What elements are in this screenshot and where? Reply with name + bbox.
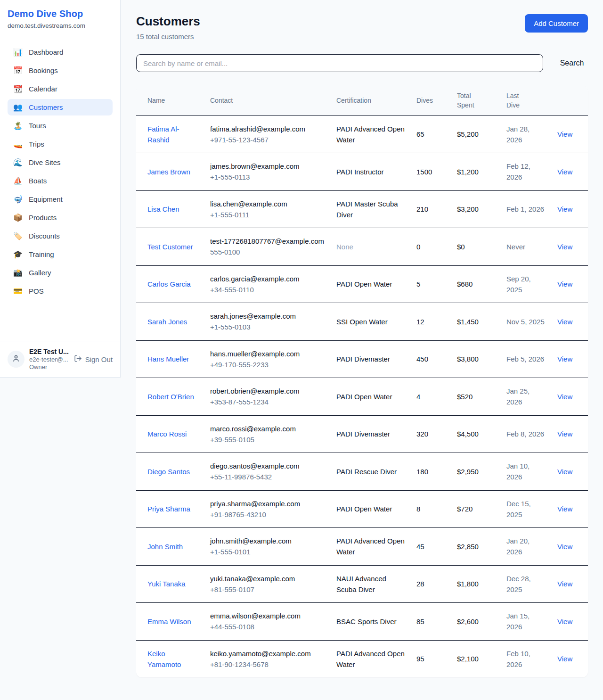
total-spent-value: $0 — [451, 228, 501, 266]
view-link[interactable]: View — [557, 318, 572, 326]
customer-email: keiko.yamamoto@example.com — [210, 648, 325, 659]
sidebar-item-discounts[interactable]: 🏷️ Discounts — [8, 228, 113, 244]
customer-name-link[interactable]: Emma Wilson — [147, 618, 191, 626]
sidebar-item-pos[interactable]: 💳 POS — [8, 283, 113, 299]
certification-value: PADI Divemaster — [336, 430, 390, 438]
user-meta: E2E Test U... e2e-tester@... Owner — [29, 348, 69, 371]
customer-phone: +44-555-0108 — [210, 621, 325, 632]
user-role: Owner — [29, 363, 69, 371]
sidebar-item-training[interactable]: 🎓 Training — [8, 246, 113, 263]
customer-name-link[interactable]: Yuki Tanaka — [147, 580, 186, 588]
dives-count: 0 — [411, 228, 451, 266]
customer-name-link[interactable]: Lisa Chen — [147, 205, 179, 213]
last-dive-value: Jan 25, 2026 — [506, 387, 530, 406]
search-input[interactable] — [136, 54, 543, 72]
total-spent-value: $720 — [451, 490, 501, 528]
customer-name-link[interactable]: John Smith — [147, 543, 183, 551]
customer-name-link[interactable]: Priya Sharma — [147, 505, 190, 513]
customer-email: sarah.jones@example.com — [210, 311, 325, 321]
total-spent-value: $1,450 — [451, 303, 501, 341]
sidebar-item-equipment[interactable]: 🤿 Equipment — [8, 191, 113, 207]
view-link[interactable]: View — [557, 543, 572, 551]
customer-name-link[interactable]: Robert O'Brien — [147, 393, 194, 401]
total-spent-value: $520 — [451, 378, 501, 416]
dives-count: 95 — [411, 640, 451, 677]
view-link[interactable]: View — [557, 168, 572, 176]
dives-count: 28 — [411, 565, 451, 603]
last-dive-value: Feb 10, 2026 — [506, 650, 530, 668]
sidebar-item-dive-sites[interactable]: 🌊 Dive Sites — [8, 154, 113, 171]
sidebar-item-customers[interactable]: 👥 Customers — [8, 99, 113, 115]
sidebar-item-dashboard[interactable]: 📊 Dashboard — [8, 44, 113, 60]
pos-icon: 💳 — [13, 288, 23, 295]
view-link[interactable]: View — [557, 505, 572, 513]
table-row: Carlos Garcia carlos.garcia@example.com … — [136, 265, 588, 303]
search-button[interactable]: Search — [556, 59, 588, 67]
dives-count: 85 — [411, 603, 451, 641]
last-dive-value: Feb 12, 2026 — [506, 162, 530, 181]
view-link[interactable]: View — [557, 205, 572, 213]
dives-count: 180 — [411, 453, 451, 491]
sidebar-item-boats[interactable]: ⛵ Boats — [8, 173, 113, 189]
customer-email: hans.mueller@example.com — [210, 348, 325, 359]
view-link[interactable]: View — [557, 468, 572, 476]
table-row: Emma Wilson emma.wilson@example.com +44-… — [136, 603, 588, 641]
view-link[interactable]: View — [557, 618, 572, 626]
sidebar-item-gallery[interactable]: 📸 Gallery — [8, 264, 113, 281]
customer-email: priya.sharma@example.com — [210, 498, 325, 509]
sign-out-button[interactable]: Sign Out — [74, 354, 113, 364]
certification-value: PADI Master Scuba Diver — [336, 200, 398, 219]
view-link[interactable]: View — [557, 243, 572, 251]
customer-phone: +1-555-0103 — [210, 321, 325, 332]
view-link[interactable]: View — [557, 580, 572, 588]
sidebar-item-products[interactable]: 📦 Products — [8, 209, 113, 226]
main-content: Customers 15 total customers Add Custome… — [121, 0, 603, 687]
customer-name-link[interactable]: Fatima Al-Rashid — [147, 125, 179, 144]
customer-name-link[interactable]: Test Customer — [147, 243, 193, 251]
customer-phone: +91-98765-43210 — [210, 509, 325, 520]
customer-name-link[interactable]: Keiko Yamamoto — [147, 650, 181, 668]
user-email: e2e-tester@... — [29, 356, 69, 363]
customer-name-link[interactable]: Hans Mueller — [147, 355, 189, 363]
customer-email: diego.santos@example.com — [210, 461, 325, 471]
table-row: Keiko Yamamoto keiko.yamamoto@example.co… — [136, 640, 588, 677]
tours-icon: 🏝️ — [13, 122, 23, 130]
view-link[interactable]: View — [557, 130, 572, 138]
dives-count: 4 — [411, 378, 451, 416]
view-link[interactable]: View — [557, 430, 572, 438]
view-link[interactable]: View — [557, 655, 572, 663]
table-row: Sarah Jones sarah.jones@example.com +1-5… — [136, 303, 588, 341]
customer-email: fatima.alrashid@example.com — [210, 124, 325, 134]
sign-out-label: Sign Out — [85, 355, 113, 363]
table-row: Test Customer test-1772681807767@example… — [136, 228, 588, 266]
view-link[interactable]: View — [557, 355, 572, 363]
dives-count: 12 — [411, 303, 451, 341]
customer-name-link[interactable]: Marco Rossi — [147, 430, 187, 438]
customer-name-link[interactable]: Sarah Jones — [147, 318, 187, 326]
customer-name-link[interactable]: Carlos Garcia — [147, 280, 191, 288]
sidebar-item-calendar[interactable]: 📆 Calendar — [8, 81, 113, 97]
sign-out-icon — [74, 354, 82, 364]
trips-icon: 🚤 — [13, 140, 23, 148]
dives-count: 45 — [411, 528, 451, 566]
page-subtitle: 15 total customers — [136, 33, 200, 41]
gallery-icon: 📸 — [13, 269, 23, 277]
view-link[interactable]: View — [557, 393, 572, 401]
view-link[interactable]: View — [557, 280, 572, 288]
customers-table: Name Contact Certification Dives Total S… — [136, 86, 588, 677]
customer-name-link[interactable]: Diego Santos — [147, 468, 190, 476]
sidebar-item-bookings[interactable]: 📅 Bookings — [8, 62, 113, 79]
shop-title: Demo Dive Shop — [8, 8, 113, 19]
customer-name-link[interactable]: James Brown — [147, 168, 190, 176]
table-row: Hans Mueller hans.mueller@example.com +4… — [136, 340, 588, 378]
sidebar-item-tours[interactable]: 🏝️ Tours — [8, 117, 113, 134]
page-header: Customers 15 total customers Add Custome… — [136, 14, 588, 41]
certification-value: PADI Divemaster — [336, 355, 390, 363]
add-customer-button[interactable]: Add Customer — [525, 14, 588, 33]
customer-phone: +353-87-555-1234 — [210, 396, 325, 407]
page-title: Customers — [136, 14, 200, 29]
last-dive-value: Dec 28, 2025 — [506, 575, 531, 593]
sidebar-item-trips[interactable]: 🚤 Trips — [8, 136, 113, 152]
table-row: Yuki Tanaka yuki.tanaka@example.com +81-… — [136, 565, 588, 603]
customer-email: robert.obrien@example.com — [210, 386, 325, 396]
